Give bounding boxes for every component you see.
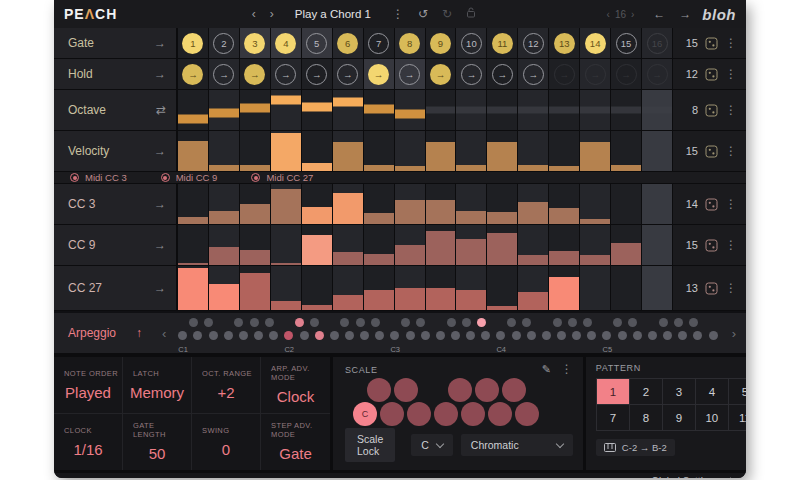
piano-white-dot[interactable]	[330, 331, 339, 340]
scale-black-dot[interactable]	[367, 378, 391, 402]
undo-icon[interactable]: ↺	[415, 7, 431, 21]
octave-step-6[interactable]	[333, 90, 363, 130]
piano-white-dot[interactable]	[678, 331, 687, 340]
velocity-step-9[interactable]	[426, 131, 456, 171]
arp-scroll-right-icon[interactable]: ›	[722, 326, 746, 341]
cc3-step-11[interactable]	[487, 184, 517, 224]
piano-white-dot[interactable]	[315, 331, 324, 340]
gate-step-5[interactable]: 5	[302, 28, 332, 58]
piano-white-dot[interactable]	[542, 331, 551, 340]
piano-black-dot[interactable]	[583, 318, 592, 327]
cc3-step-4[interactable]	[271, 184, 301, 224]
pattern-cell-2[interactable]: 2	[630, 379, 663, 405]
gate-step-1[interactable]: 1	[178, 28, 208, 58]
gate-step-9[interactable]: 9	[426, 28, 456, 58]
param-arp-adv-mode[interactable]: ARP. ADV. MODEClock	[261, 357, 330, 414]
octave-step-5[interactable]	[302, 90, 332, 130]
redo-icon[interactable]: ↻	[439, 7, 455, 21]
piano-black-dot[interactable]	[401, 318, 410, 327]
gate-step-12[interactable]: 12	[518, 28, 548, 58]
piano-black-dot[interactable]	[689, 318, 698, 327]
piano-white-dot[interactable]	[618, 331, 627, 340]
pattern-cell-7[interactable]: 7	[597, 405, 630, 430]
piano-white-dot[interactable]	[345, 331, 354, 340]
cc3-step-1[interactable]	[178, 184, 208, 224]
hold-step-3[interactable]: →	[240, 59, 270, 89]
cc3-step-8[interactable]	[395, 184, 425, 224]
cc3-step-2[interactable]	[209, 184, 239, 224]
piano-white-dot[interactable]	[254, 331, 263, 340]
hold-step-4[interactable]: →	[271, 59, 301, 89]
pattern-cell-1[interactable]: 1	[597, 379, 630, 405]
velocity-menu-icon[interactable]: ⋮	[725, 145, 737, 157]
scale-name-dropdown[interactable]: Chromatic	[461, 434, 573, 456]
cc27-step-2[interactable]	[209, 266, 239, 310]
cc3-step-12[interactable]	[518, 184, 548, 224]
preset-title[interactable]: Play a Chord 1	[295, 8, 371, 20]
piano-black-dot[interactable]	[674, 318, 683, 327]
velocity-step-1[interactable]	[178, 131, 208, 171]
gate-step-count[interactable]: 15	[686, 37, 698, 49]
tab-midi-cc-3[interactable]: Midi CC 3	[70, 172, 127, 183]
cc27-step-15[interactable]	[611, 266, 641, 310]
hold-step-count[interactable]: 12	[686, 68, 698, 80]
param-value[interactable]: Gate	[279, 445, 312, 462]
pattern-cell-3[interactable]: 3	[663, 379, 696, 405]
preset-prev-icon[interactable]: ‹	[249, 7, 259, 21]
hold-step-2[interactable]: →	[209, 59, 239, 89]
octave-step-1[interactable]	[178, 90, 208, 130]
piano-white-dot[interactable]	[466, 331, 475, 340]
param-step-adv-mode[interactable]: STEP ADV. MODEGate	[261, 414, 330, 471]
piano-white-dot[interactable]	[360, 331, 369, 340]
velocity-step-13[interactable]	[549, 131, 579, 171]
param-swing[interactable]: SWING0	[192, 414, 261, 471]
global-settings-button[interactable]: Global Settings	[651, 476, 719, 479]
hold-step-16[interactable]: →	[642, 59, 672, 89]
cc27-step-12[interactable]	[518, 266, 548, 310]
piano-white-dot[interactable]	[633, 331, 642, 340]
piano-white-dot[interactable]	[300, 331, 309, 340]
piano-white-dot[interactable]	[587, 331, 596, 340]
scale-white-dot[interactable]	[380, 402, 404, 426]
gate-step-8[interactable]: 8	[395, 28, 425, 58]
gate-step-14[interactable]: 14	[580, 28, 610, 58]
param-gate-length[interactable]: GATE LENGTH50	[123, 414, 192, 471]
hold-menu-icon[interactable]: ⋮	[725, 68, 737, 80]
octave-step-12[interactable]	[518, 90, 548, 130]
hold-step-15[interactable]: →	[611, 59, 641, 89]
piano-black-dot[interactable]	[310, 318, 319, 327]
cc3-step-5[interactable]	[302, 184, 332, 224]
arrow-up-icon[interactable]: ↑	[136, 326, 142, 340]
cc27-menu-icon[interactable]: ⋮	[725, 282, 737, 294]
cc9-step-6[interactable]	[333, 225, 363, 265]
cc3-step-3[interactable]	[240, 184, 270, 224]
cc3-step-7[interactable]	[364, 184, 394, 224]
param-value[interactable]: 0	[222, 441, 230, 458]
piano-white-dot[interactable]	[375, 331, 384, 340]
preset-next-icon[interactable]: ›	[267, 7, 277, 21]
piano-black-dot[interactable]	[553, 318, 562, 327]
piano-white-dot[interactable]	[572, 331, 581, 340]
gate-step-15[interactable]: 15	[611, 28, 641, 58]
piano-white-dot[interactable]	[481, 331, 490, 340]
pattern-cell-4[interactable]: 4	[696, 379, 729, 405]
velocity-step-14[interactable]	[580, 131, 610, 171]
pattern-cell-10[interactable]: 10	[696, 405, 729, 430]
velocity-step-7[interactable]	[364, 131, 394, 171]
cc9-step-3[interactable]	[240, 225, 270, 265]
gate-menu-icon[interactable]: ⋮	[725, 37, 737, 49]
piano-black-dot[interactable]	[416, 318, 425, 327]
piano-black-dot[interactable]	[477, 318, 486, 327]
edit-scale-icon[interactable]: ✎	[542, 363, 551, 376]
scale-white-dot[interactable]	[515, 402, 539, 426]
piano-white-dot[interactable]	[663, 331, 672, 340]
scale-lock-button[interactable]: Scale Lock	[345, 428, 395, 462]
arrow-right-icon[interactable]: →	[154, 238, 166, 252]
cc3-step-15[interactable]	[611, 184, 641, 224]
octave-step-15[interactable]	[611, 90, 641, 130]
shift-right-icon[interactable]: →	[676, 7, 694, 21]
scale-black-dot[interactable]	[394, 378, 418, 402]
piano-black-dot[interactable]	[462, 318, 471, 327]
piano-black-dot[interactable]	[250, 318, 259, 327]
param-latch[interactable]: LATCHMemory	[123, 357, 192, 414]
